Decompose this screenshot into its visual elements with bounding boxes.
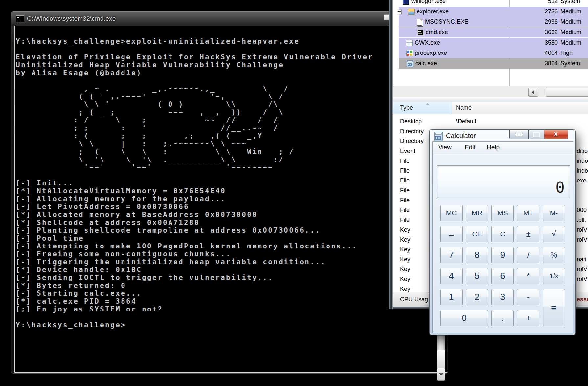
calc-key-2[interactable]: 2: [466, 289, 488, 305]
calculator-window: Calculator X View Edit Help 0 MCMRMSM+M-…: [429, 129, 576, 335]
calc-key-C[interactable]: C: [491, 226, 514, 242]
handle-type: Key: [400, 235, 410, 245]
calculator-icon: [434, 132, 443, 141]
calc-key-±[interactable]: ±: [517, 226, 539, 242]
calc-key-3[interactable]: 3: [491, 289, 514, 305]
scroll-down-button[interactable]: [437, 368, 445, 381]
calc-key-9[interactable]: 9: [491, 247, 514, 263]
handle-name: exe.: [577, 176, 588, 185]
calc-key-*[interactable]: *: [517, 268, 539, 284]
handle-type: Key: [400, 225, 410, 235]
calc-key-8[interactable]: 8: [466, 247, 488, 263]
calc-key-=[interactable]: =: [543, 289, 565, 326]
calculator-keypad: MCMRMSM+M-←CEC±√789/%456*1/x123-=0.+: [440, 205, 566, 327]
window-title: Calculator: [446, 130, 476, 142]
handle-name: nati: [577, 254, 586, 264]
desktop: { "cmd_window": { "title": "C:\\Windows\…: [0, 0, 588, 386]
handle-type: File: [400, 156, 410, 166]
calc-key-CE[interactable]: CE: [466, 226, 488, 242]
process-tree-row[interactable]: cmd.exe3632Medium: [393, 27, 588, 37]
handle-name: ditio: [577, 146, 588, 156]
calc-key-←[interactable]: ←: [440, 226, 463, 242]
scrollbar-thumb[interactable]: [437, 350, 445, 368]
console-icon: [16, 15, 24, 23]
handle-name: \Default: [456, 117, 476, 126]
calc-key-MC[interactable]: MC: [440, 205, 463, 221]
process-tree-row[interactable]: MSOSYNC.EXE2996Medium: [393, 17, 588, 27]
calculator-icon: [407, 60, 413, 67]
handle-name: .dll.: [577, 215, 586, 225]
handle-type: Event: [400, 146, 415, 156]
collapse-toggle[interactable]: [397, 10, 402, 14]
process-tree-row[interactable]: procexp.exe4004High: [393, 48, 588, 58]
calc-key-1/x[interactable]: 1/x: [543, 268, 565, 284]
console-icon-detail: [17, 17, 19, 18]
handle-type: Key: [400, 284, 410, 292]
process-priority: System: [560, 0, 580, 6]
cmd-titlebar[interactable]: C:\Windows\system32\cmd.exe: [11, 11, 448, 26]
handle-name: rolV: [577, 264, 587, 274]
calc-key-7[interactable]: 7: [440, 247, 463, 263]
process-name: procexp.exe: [415, 48, 447, 58]
calc-key-%[interactable]: %: [543, 247, 565, 263]
handle-type: Directory: [400, 136, 424, 146]
process-tree-row[interactable]: GWX.exe3580Medium: [393, 38, 588, 48]
calc-key--[interactable]: -: [517, 289, 539, 305]
status-text-fragment: esse: [577, 292, 588, 306]
close-icon: X: [544, 130, 568, 139]
minimize-button[interactable]: [509, 130, 529, 139]
process-pid: 2736: [514, 7, 558, 17]
calc-key-MS[interactable]: MS: [491, 205, 514, 221]
console-icon: [417, 29, 424, 36]
process-tree-row[interactable]: explorer.exe2736Medium: [393, 7, 588, 17]
calc-key-M-[interactable]: M-: [543, 205, 565, 221]
calculator-icon-detail: [435, 133, 442, 135]
calc-key-√[interactable]: √: [543, 226, 565, 242]
calculator-titlebar[interactable]: Calculator X: [430, 130, 575, 142]
triangle-left-icon: [532, 90, 534, 94]
menu-view[interactable]: View: [436, 142, 454, 153]
menu-edit[interactable]: Edit: [463, 142, 478, 153]
scroll-left-button[interactable]: [528, 88, 538, 97]
calc-key-5[interactable]: 5: [466, 268, 488, 284]
process-priority: Medium: [560, 7, 581, 17]
column-header-label: Type: [400, 104, 413, 111]
column-header-label: Name: [456, 104, 472, 111]
procexp-icon: [406, 50, 413, 56]
calc-key-/[interactable]: /: [517, 247, 539, 263]
process-pid: 3632: [514, 27, 558, 37]
process-priority: Medium: [560, 17, 581, 27]
process-tree: winlogon.exe512Systemexplorer.exe2736Med…: [393, 0, 588, 86]
column-header-type[interactable]: Type: [393, 102, 452, 114]
close-button[interactable]: X: [544, 130, 568, 139]
process-pid: 3864: [514, 58, 558, 69]
calc-key-+[interactable]: +: [517, 310, 539, 326]
handle-type: File: [400, 215, 410, 225]
calc-key-M+[interactable]: M+: [517, 205, 539, 221]
calc-key-4[interactable]: 4: [440, 268, 463, 284]
handle-type: File: [400, 166, 410, 176]
calc-key-6[interactable]: 6: [491, 268, 514, 284]
terminal-area[interactable]: Y:\hacksys_challenge>exploit-uninitializ…: [14, 26, 447, 373]
window-title: C:\Windows\system32\cmd.exe: [27, 11, 116, 26]
calc-key-1[interactable]: 1: [440, 289, 463, 305]
process-pid: 4004: [514, 48, 558, 58]
menu-help[interactable]: Help: [485, 142, 502, 153]
process-pid: 512: [514, 0, 558, 6]
handle-name: indo: [577, 156, 588, 166]
process-tree-row[interactable]: calc.exe3864System: [393, 58, 588, 69]
maximize-button[interactable]: [529, 130, 544, 139]
scrollbar-thumb[interactable]: [546, 88, 588, 97]
handle-name: indo: [577, 166, 588, 176]
horizontal-scrollbar[interactable]: [393, 86, 588, 97]
calc-key-.[interactable]: .: [491, 310, 514, 326]
handle-row[interactable]: Desktop\Default: [393, 117, 588, 126]
pane-splitter[interactable]: [393, 97, 588, 102]
minimize-icon: [515, 133, 523, 136]
calc-key-0[interactable]: 0: [440, 310, 488, 326]
process-tree-row[interactable]: winlogon.exe512System: [393, 0, 588, 6]
calc-key-MR[interactable]: MR: [466, 205, 488, 221]
process-priority: System: [560, 58, 580, 69]
column-header-name[interactable]: Name: [452, 102, 588, 114]
maximize-icon: [533, 132, 540, 137]
